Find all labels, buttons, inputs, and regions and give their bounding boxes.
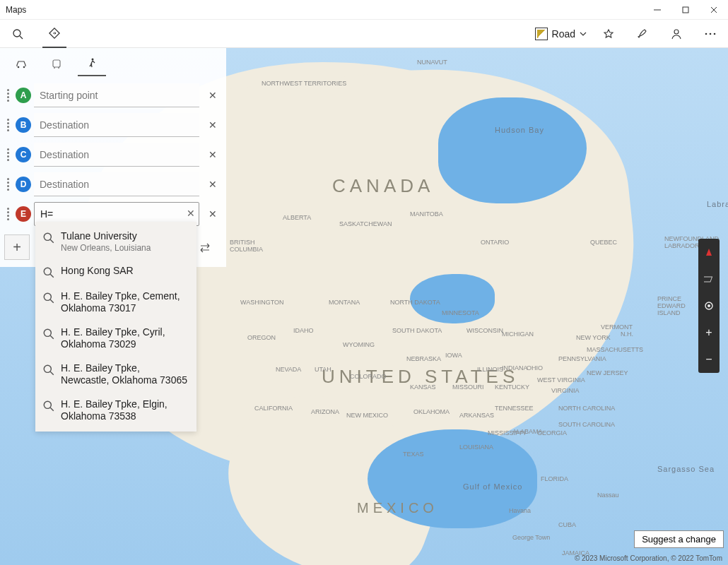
close-button[interactable] [700,0,728,20]
svg-point-21 [44,401,51,408]
drag-handle[interactable] [3,208,13,220]
drag-handle[interactable] [3,148,13,161]
search-icon [42,232,55,244]
remove-stop-a[interactable]: ✕ [202,85,223,106]
svg-point-4 [705,32,708,35]
stop-row-a: A ✕ [3,81,223,110]
suggestion-item[interactable]: H. E. Bailey Tpke, Newcastle, Oklahoma 7… [35,357,196,393]
stop-input-b[interactable] [34,113,199,137]
suggestion-item[interactable]: H. E. Bailey Tpke, Cement, Oklahoma 7301… [35,285,196,321]
locate-me-button[interactable] [698,292,720,319]
suggestion-title: Hong Kong SAR [61,265,134,276]
suggestion-subtitle: New Orleans, Louisiana [61,243,151,254]
suggestion-item[interactable]: H. E. Bailey Tpke, Cyril, Oklahoma 73029 [35,321,196,357]
svg-rect-12 [53,60,60,67]
ink-button[interactable] [630,20,654,48]
app-title: Maps [6,5,26,15]
svg-point-6 [714,32,716,35]
view-mode-label: Road [552,28,575,40]
search-icon [42,328,55,340]
svg-point-17 [44,268,51,275]
city-label: George Town [512,534,550,541]
stops-list: A ✕ B ✕ C ✕ D ✕ E ✕ [0,76,226,229]
stop-marker-d: D [16,177,31,192]
add-stop-button[interactable]: + [4,234,30,260]
suggestion-title: H. E. Bailey Tpke, Elgin, Oklahoma 73538 [61,398,168,422]
water-label: Sargasso Sea [657,465,715,473]
svg-point-19 [44,329,51,336]
remove-stop-c[interactable]: ✕ [202,144,223,165]
remove-stop-e[interactable]: ✕ [202,203,223,225]
suggestion-item[interactable]: H. E. Bailey Tpke, Elgin, Oklahoma 73538 [35,393,196,429]
more-button[interactable] [698,20,722,48]
search-button[interactable] [6,20,30,48]
suggestion-title: H. E. Bailey Tpke, Cyril, Oklahoma 73029 [61,326,165,350]
stop-row-c: C ✕ [3,140,223,170]
region-label: PRINCE EDWARD ISLAND [657,295,693,316]
map-attribution: © 2023 Microsoft Corporation, © 2022 Tom… [575,554,722,562]
suggestion-title: H. E. Bailey Tpke, Cement, Oklahoma 7301… [61,290,180,314]
stop-input-a[interactable] [34,83,199,107]
suggestion-title: Tulane University [61,230,137,242]
maximize-button[interactable] [671,0,700,20]
map-view-selector[interactable]: Road [535,28,587,40]
map-controls: + − [698,239,720,373]
svg-point-15 [92,59,94,61]
svg-rect-0 [683,7,688,13]
svg-point-20 [44,365,51,372]
search-icon [42,266,55,279]
region-label: NEW JERSEY [587,369,628,376]
svg-point-13 [54,67,55,69]
stop-row-d: D ✕ [3,170,223,199]
favorites-button[interactable] [597,20,621,48]
svg-point-11 [23,66,25,69]
region-label: NORTH CAROLINA [558,405,615,412]
tilt-button[interactable] [698,266,720,292]
search-icon [42,292,55,304]
minimize-button[interactable] [643,0,671,20]
svg-point-5 [710,32,712,35]
svg-point-18 [44,293,51,300]
title-bar: Maps [0,0,728,20]
directions-button[interactable] [42,20,66,48]
remove-stop-b[interactable]: ✕ [202,114,223,136]
suggestion-title: H. E. Bailey Tpke, Newcastle, Oklahoma 7… [61,362,187,386]
road-icon [535,28,548,40]
compass-icon [706,249,712,256]
region-label: GEORGIA [537,429,567,436]
top-toolbar: Road [0,20,728,48]
suggestion-item[interactable]: Tulane UniversityNew Orleans, Louisiana [35,225,196,259]
search-suggestions: Tulane UniversityNew Orleans, Louisiana … [35,222,196,432]
region-label: N.H. [621,331,633,338]
mode-transit[interactable] [42,52,71,76]
svg-point-1 [13,30,20,37]
stop-input-c[interactable] [34,143,199,167]
svg-point-10 [18,66,20,69]
suggest-change-button[interactable]: Suggest a change [634,530,724,548]
zoom-in-button[interactable]: + [698,319,720,346]
search-icon [42,364,55,376]
mode-driving[interactable] [7,52,35,76]
svg-point-14 [58,67,59,69]
zoom-out-button[interactable]: − [698,346,720,373]
drag-handle[interactable] [3,178,13,191]
region-label: SOUTH CAROLINA [558,421,615,428]
suggestion-item[interactable]: Hong Kong SAR [35,259,196,285]
compass-button[interactable] [698,239,720,266]
city-label: Nassau [597,492,619,499]
stop-marker-b: B [16,117,31,133]
mode-walking[interactable] [78,52,106,76]
region-label: FLORIDA [541,475,568,482]
drag-handle[interactable] [3,119,13,131]
stop-marker-c: C [16,147,31,162]
directions-panel: A ✕ B ✕ C ✕ D ✕ E ✕ [0,48,226,267]
remove-stop-d[interactable]: ✕ [202,174,223,195]
svg-point-16 [44,233,51,240]
svg-rect-7 [704,277,712,282]
clear-input-e[interactable]: ✕ [187,208,195,219]
drag-handle[interactable] [3,89,13,102]
water-label: Labra [707,200,728,208]
account-button[interactable] [664,20,688,48]
region-label: ALABAMA [512,428,543,435]
stop-input-d[interactable] [34,172,199,196]
